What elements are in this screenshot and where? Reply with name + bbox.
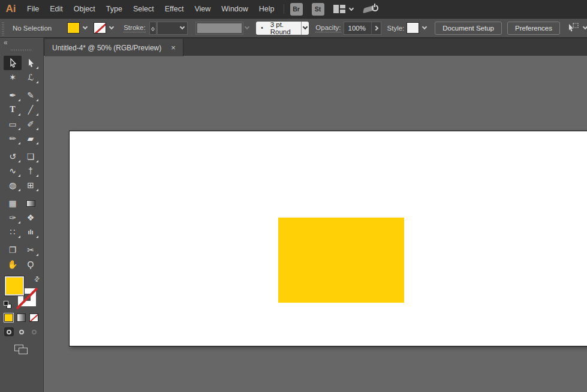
width-profile-preview: [197, 23, 242, 33]
menu-select[interactable]: Select: [128, 0, 159, 18]
chevron-down-icon: [303, 25, 308, 29]
menu-help[interactable]: Help: [254, 0, 280, 18]
preferences-button[interactable]: Preferences: [507, 22, 560, 35]
rectangle-object[interactable]: [278, 218, 404, 303]
slice-tool[interactable]: ✂: [22, 243, 40, 257]
menu-type[interactable]: Type: [101, 0, 128, 18]
pen-tool[interactable]: ✒: [4, 88, 22, 102]
draw-behind-button[interactable]: [17, 327, 26, 336]
document-tab[interactable]: Untitled-4* @ 50% (RGB/Preview) ×: [45, 39, 183, 56]
illustrator-logo: Ai: [0, 0, 22, 18]
selection-tool[interactable]: [4, 56, 22, 70]
blend-tool[interactable]: ❖: [22, 210, 40, 225]
stock-button[interactable]: St: [312, 3, 324, 16]
brush-dropdown[interactable]: • 3 pt. Round: [256, 22, 309, 35]
selection-preferences-dropdown[interactable]: [567, 23, 587, 33]
stroke-color-dropdown[interactable]: [94, 22, 116, 35]
tab-close-icon[interactable]: ×: [171, 44, 176, 52]
brush-chevron[interactable]: [301, 22, 309, 35]
swap-fill-stroke-icon[interactable]: ⇄: [32, 275, 42, 284]
opacity-label[interactable]: Opacity:: [315, 24, 341, 32]
menu-object[interactable]: Object: [68, 0, 101, 18]
style-swatch: [407, 22, 419, 34]
drawing-modes-row: [4, 327, 39, 336]
canvas-area[interactable]: [44, 56, 587, 392]
artboard-tool[interactable]: ❐: [4, 243, 22, 257]
zoom-tool[interactable]: Ϙ: [22, 257, 40, 272]
document-tab-title: Untitled-4* @ 50% (RGB/Preview): [52, 44, 161, 52]
gradient-button[interactable]: [17, 313, 26, 322]
color-button[interactable]: [4, 313, 13, 322]
rectangle-tool[interactable]: ▭: [4, 117, 22, 131]
stroke-width-dropdown[interactable]: [157, 22, 188, 35]
fill-swatch: [67, 22, 80, 34]
chevron-down-icon: [109, 25, 113, 29]
eraser-tool[interactable]: ▰: [22, 131, 40, 146]
default-fill-square: [4, 301, 8, 306]
stroke-swatch: [94, 22, 106, 34]
document-tab-bar: Untitled-4* @ 50% (RGB/Preview) ×: [44, 38, 587, 56]
opacity-slider-button[interactable]: [371, 22, 381, 35]
none-slash: [29, 313, 38, 322]
fill-color-dropdown[interactable]: [67, 22, 90, 35]
lasso-tool[interactable]: ℒ: [22, 70, 40, 85]
style-dropdown[interactable]: [407, 22, 429, 35]
workspace-layout-icon: [333, 5, 345, 13]
opacity-field[interactable]: 100%: [344, 22, 381, 35]
chevron-down-icon: [348, 5, 353, 10]
perspective-grid-tool[interactable]: ⊞: [22, 178, 40, 192]
shape-builder-tool[interactable]: ◍: [4, 178, 22, 192]
collapse-panel-button[interactable]: «: [4, 38, 8, 47]
type-tool[interactable]: T: [4, 102, 22, 117]
brush-dot-icon: •: [261, 25, 263, 31]
menu-effect[interactable]: Effect: [159, 0, 189, 18]
gradient-tool-icon: [26, 200, 35, 207]
chevron-down-icon: [82, 25, 87, 29]
stroke-label[interactable]: Stroke:: [124, 24, 145, 32]
draw-normal-button[interactable]: [4, 327, 14, 336]
menu-bar: Ai File Edit Object Type Select Effect V…: [0, 0, 587, 18]
stroke-width-stepper[interactable]: [149, 22, 156, 35]
shaper-tool[interactable]: ✏: [4, 131, 22, 146]
chevron-down-icon: [422, 25, 427, 29]
width-tool[interactable]: ∿: [4, 164, 22, 178]
color-mode-row: [4, 313, 39, 322]
cursor-preset-icon: [567, 23, 579, 33]
menu-view[interactable]: View: [189, 0, 216, 18]
mesh-tool[interactable]: ▦: [4, 196, 22, 210]
none-slash: [94, 22, 106, 34]
hand-tool[interactable]: ✋: [4, 257, 22, 272]
chevron-down-icon: [245, 25, 249, 29]
panel-drag-grip[interactable]: [11, 49, 32, 51]
bridge-button[interactable]: Br: [290, 3, 303, 16]
menu-window[interactable]: Window: [216, 0, 253, 18]
opacity-value[interactable]: 100%: [344, 22, 371, 35]
artboard[interactable]: [69, 131, 587, 346]
change-screen-mode-button[interactable]: [14, 345, 29, 355]
tools-panel: « ✶ ℒ ✒ ✎ T ╱ ▭ ✐ ✏ ▰ ↺ ❏ ∿ † ◍ ⊞ ▦: [0, 38, 44, 392]
curvature-tool[interactable]: ✎: [22, 88, 40, 102]
menu-edit[interactable]: Edit: [44, 0, 68, 18]
line-segment-tool[interactable]: ╱: [22, 102, 40, 117]
paintbrush-tool[interactable]: ✐: [22, 117, 40, 131]
gradient-tool[interactable]: [22, 196, 40, 210]
workspace-switcher[interactable]: [333, 5, 353, 13]
direct-selection-tool[interactable]: [22, 56, 40, 70]
rotate-tool[interactable]: ↺: [4, 149, 22, 164]
scale-tool[interactable]: ❏: [22, 149, 40, 164]
panel-grip[interactable]: [2, 21, 4, 35]
draw-inside-icon: [32, 330, 37, 334]
tool-grid: ✶ ℒ ✒ ✎ T ╱ ▭ ✐ ✏ ▰ ↺ ❏ ∿ † ◍ ⊞ ▦ ✑ ❖ ∷ …: [4, 56, 40, 272]
column-graph-tool[interactable]: ılı: [22, 225, 40, 239]
eyedropper-tool[interactable]: ✑: [4, 210, 22, 225]
default-fill-stroke-icon[interactable]: [4, 301, 11, 309]
menu-file[interactable]: File: [22, 0, 44, 18]
symbol-sprayer-tool[interactable]: ∷: [4, 225, 22, 239]
chevron-down-icon: [179, 25, 184, 29]
document-setup-button[interactable]: Document Setup: [435, 22, 502, 35]
magic-wand-tool[interactable]: ✶: [4, 70, 22, 85]
none-button[interactable]: [29, 313, 38, 322]
fill-indicator[interactable]: [5, 276, 24, 295]
puppet-warp-tool[interactable]: †: [22, 164, 40, 178]
touch-workspace-icon[interactable]: [364, 3, 380, 15]
